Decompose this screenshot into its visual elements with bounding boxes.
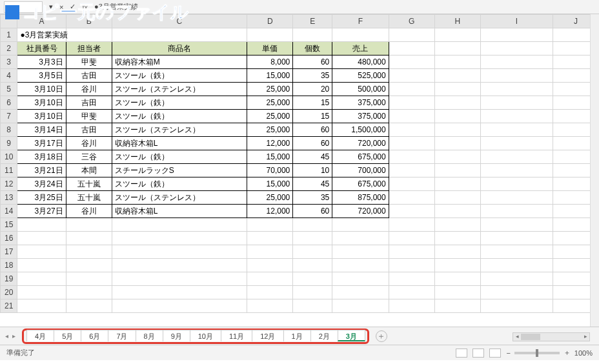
view-layout-button[interactable] [472,349,484,358]
cell[interactable] [480,42,553,56]
cell[interactable] [389,137,434,150]
cell[interactable] [389,42,434,56]
scroll-thumb[interactable] [521,334,540,340]
cell[interactable]: 500,000 [332,83,389,96]
cell[interactable]: 五十嵐 [66,177,112,191]
cell[interactable] [17,259,66,272]
cell[interactable]: 70,000 [247,164,293,177]
cell[interactable] [247,218,293,232]
cell[interactable] [66,218,112,232]
column-header[interactable]: H [434,15,480,28]
cell[interactable] [389,110,434,123]
cell[interactable] [66,232,112,245]
cell[interactable]: 売上 [332,42,389,56]
cell[interactable]: スツール（鉄） [112,150,247,164]
cell[interactable]: 3月10日 [17,110,66,123]
zoom-out-button[interactable]: − [506,349,510,357]
row-header[interactable]: 12 [1,177,17,191]
cell[interactable] [480,191,553,205]
cell[interactable]: 古田 [66,123,112,137]
sheet-tab[interactable]: 3月 [338,330,365,341]
cell[interactable] [480,56,553,69]
scroll-left-icon[interactable]: ◂ [513,333,521,341]
cell[interactable] [389,205,434,218]
check-icon[interactable]: ✓ [70,3,76,11]
cell[interactable] [434,286,480,299]
cell[interactable]: 15 [293,110,332,123]
cell[interactable]: 収納容木箱L [112,137,247,150]
cell[interactable]: 谷川 [66,205,112,218]
cancel-icon[interactable]: × [59,3,63,11]
cell[interactable]: 3月14日 [17,123,66,137]
zoom-slider[interactable] [514,352,560,354]
cell[interactable] [293,232,332,245]
cell[interactable] [247,28,293,42]
sheet-tab[interactable]: 6月 [81,330,108,341]
column-header[interactable]: B [66,15,112,28]
cell[interactable]: 700,000 [332,164,389,177]
cell[interactable] [112,232,247,245]
cell[interactable] [332,245,389,259]
column-header[interactable]: G [389,15,434,28]
cell[interactable] [332,218,389,232]
sheet-tab[interactable]: 10月 [190,330,221,341]
cell[interactable]: 20 [293,83,332,96]
cell[interactable] [389,286,434,299]
cell[interactable] [434,218,480,232]
cell[interactable]: 480,000 [332,56,389,69]
cell[interactable] [434,205,480,218]
cell[interactable]: 3月3日 [17,56,66,69]
cell[interactable] [480,69,553,83]
cell[interactable]: 甲斐 [66,110,112,123]
zoom-in-button[interactable]: ＋ [563,348,571,358]
cell[interactable] [480,259,553,272]
sheet-tab[interactable]: 2月 [310,330,338,341]
cell[interactable]: 3月17日 [17,137,66,150]
cell[interactable] [389,232,434,245]
vertical-scrollbar[interactable] [590,14,599,330]
row-header[interactable]: 2 [1,42,17,56]
row-header[interactable]: 13 [1,191,17,205]
cell[interactable] [293,286,332,299]
cell[interactable]: スツール（鉄） [112,177,247,191]
cell[interactable]: スツール（鉄） [112,69,247,83]
cell[interactable]: 谷川 [66,137,112,150]
cell[interactable]: 375,000 [332,96,389,110]
cell[interactable]: 甲斐 [66,56,112,69]
view-normal-button[interactable] [456,349,467,358]
sheet-tab[interactable]: 11月 [221,330,252,341]
sheet-tab[interactable]: 12月 [252,330,283,341]
cell[interactable] [480,28,553,42]
cell[interactable]: 3月24日 [17,177,66,191]
sheet-tab[interactable]: 4月 [26,330,54,341]
cell[interactable]: 3月21日 [17,164,66,177]
cell[interactable] [389,69,434,83]
cell[interactable] [247,245,293,259]
cell[interactable] [434,56,480,69]
name-box[interactable] [4,1,43,13]
cell[interactable] [434,272,480,286]
column-header[interactable]: D [247,15,293,28]
column-header[interactable]: I [480,15,553,28]
cell[interactable] [434,191,480,205]
cell[interactable] [480,123,553,137]
cell[interactable]: 25,000 [247,123,293,137]
cell[interactable] [389,259,434,272]
cell[interactable] [434,96,480,110]
cell[interactable] [247,299,293,313]
chevron-down-icon[interactable]: ▾ [49,3,53,11]
sheet-tab[interactable]: 5月 [54,330,81,341]
row-header[interactable]: 17 [1,245,17,259]
cell[interactable] [17,272,66,286]
cell[interactable] [66,28,112,42]
cell[interactable] [434,150,480,164]
cell[interactable] [389,191,434,205]
cell[interactable]: 12,000 [247,205,293,218]
cell[interactable] [389,123,434,137]
formula-text[interactable]: ●3月営業実績 [94,2,595,12]
cell[interactable]: スツール（鉄） [112,110,247,123]
cell[interactable]: 15,000 [247,177,293,191]
cell[interactable] [480,164,553,177]
cell[interactable] [17,232,66,245]
cell[interactable]: 3月25日 [17,191,66,205]
